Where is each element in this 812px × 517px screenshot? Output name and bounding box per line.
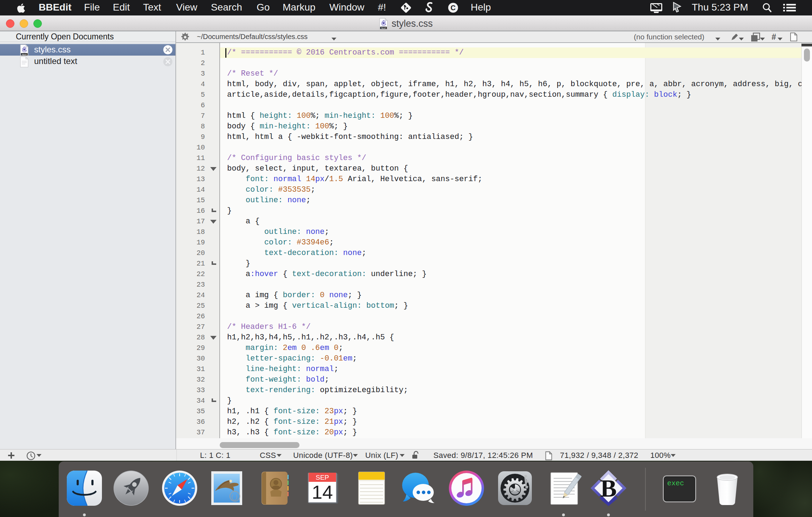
svg-text:C: C (451, 4, 456, 12)
svg-text:14: 14 (312, 481, 333, 503)
svg-text:SEP: SEP (316, 474, 329, 481)
svg-text:TEXT: TEXT (21, 53, 27, 56)
svg-text:B: B (600, 475, 617, 502)
svg-text:exec: exec (667, 479, 684, 487)
svg-text:TEXT: TEXT (381, 27, 386, 29)
